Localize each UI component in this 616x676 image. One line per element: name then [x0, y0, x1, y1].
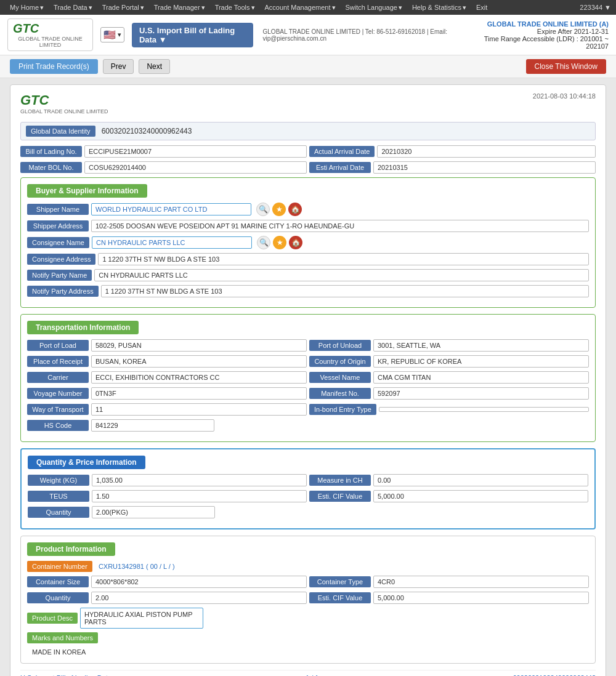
nav-help-statistics-chevron: ▾: [463, 4, 466, 12]
way-of-transport-label: Way of Transport: [27, 404, 89, 415]
esti-cif-label: Esti. CIF Value: [309, 491, 371, 502]
flag-chevron: ▾: [118, 31, 121, 39]
way-of-transport-value: 11: [91, 403, 307, 416]
quantity-price-header: Quantity & Price Information: [28, 456, 588, 469]
product-desc-label: Product Desc: [27, 613, 78, 624]
nav-switch-language-label: Switch Language: [346, 4, 397, 11]
consignee-star-icon[interactable]: ★: [273, 236, 286, 249]
consignee-address-row: Consignee Address 1 1220 37TH ST NW BLDG…: [27, 253, 589, 265]
print-button[interactable]: Print Trade Record(s): [10, 59, 98, 74]
prev-button[interactable]: Prev: [103, 59, 134, 74]
consignee-name-row: Consignee Name CN HYDRAULIC PARTS LLC 🔍 …: [27, 236, 589, 249]
notify-party-name-label: Notify Party Name: [27, 270, 92, 281]
contact-info: GLOBAL TRADE ONLINE LIMITED | Tel: 86-51…: [263, 28, 475, 42]
hs-code-value: 841229: [91, 419, 214, 432]
buyer-supplier-section: Buyer & Supplier Information Shipper Nam…: [20, 177, 596, 308]
teus-cif-row: TEUS 1.50 Esti. CIF Value 5,000.00: [28, 490, 588, 502]
actual-arrival-value: 20210320: [377, 145, 596, 158]
manifest-no-value: 592097: [373, 387, 589, 400]
shipper-address-value: 102-2505 DOOSAN WEVE POSEIDON APT 91 MAR…: [91, 220, 589, 232]
nav-trade-portal-chevron: ▾: [140, 4, 144, 12]
nav-trade-data[interactable]: Trade Data ▾: [49, 0, 97, 15]
measure-group: Measure in CH 0.00: [309, 474, 588, 486]
product-quantity-label: Quantity: [27, 592, 89, 603]
port-of-unload-group: Port of Unload 3001, SEATTLE, WA: [309, 339, 589, 352]
place-of-receipt-value: BUSAN, KOREA: [91, 355, 307, 368]
way-of-transport-group: Way of Transport 11: [27, 403, 307, 416]
mater-bol-group: Mater BOL No. COSU6292014400: [20, 161, 307, 174]
inbond-entry-group: In-bond Entry Type: [309, 403, 589, 416]
nav-my-home[interactable]: My Home ▾: [5, 0, 49, 15]
close-window-button[interactable]: Close This Window: [526, 59, 606, 74]
page-header: GTC GLOBAL TRADE ONLINE LIMITED 🇺🇸 ▾ U.S…: [0, 15, 616, 55]
hs-code-label: HS Code: [27, 420, 89, 431]
nav-account-management[interactable]: Account Management ▾: [260, 0, 341, 15]
company-name: GLOBAL TRADE ONLINE LIMITED (A): [482, 20, 609, 28]
top-toolbar: Print Trade Record(s) Prev Next Close Th…: [0, 55, 616, 78]
shipper-address-label: Shipper Address: [27, 220, 89, 231]
port-of-unload-label: Port of Unload: [309, 340, 371, 351]
voyage-manifest-row: Voyage Number 0TN3F Manifest No. 592097: [27, 387, 589, 400]
buyer-supplier-header: Buyer & Supplier Information: [27, 184, 589, 198]
notify-party-address-label: Notify Party Address: [27, 286, 99, 297]
voyage-number-value: 0TN3F: [91, 387, 307, 400]
buyer-supplier-title: Buyer & Supplier Information: [27, 184, 147, 198]
weight-value: 1,035.00: [92, 474, 307, 486]
shipper-search-icon[interactable]: 🔍: [256, 203, 270, 216]
data-source-dropdown[interactable]: U.S. Import Bill of Lading Data ▼: [132, 23, 253, 47]
quantity-value: 2.00(PKG): [92, 506, 215, 518]
nav-trade-portal[interactable]: Trade Portal ▾: [97, 0, 149, 15]
teus-label: TEUS: [28, 491, 89, 502]
mater-bol-label: Mater BOL No.: [20, 162, 82, 173]
buyer-supplier-border: Buyer & Supplier Information Shipper Nam…: [20, 177, 596, 308]
marks-value: MADE IN KOREA: [27, 647, 589, 657]
shipper-address-row: Shipper Address 102-2505 DOOSAN WEVE POS…: [27, 220, 589, 232]
country-of-origin-group: Country of Origin KR, REPUBLIC OF KOREA: [309, 355, 589, 368]
account-info: GLOBAL TRADE ONLINE LIMITED (A) Expire A…: [482, 20, 609, 50]
transportation-section: Transportation Information Port of Load …: [20, 314, 596, 442]
logo-text: GTC: [13, 22, 87, 36]
nav-help-statistics[interactable]: Help & Statistics ▾: [407, 0, 471, 15]
notify-party-name-value: CN HYDRAULIC PARTS LLC: [94, 269, 589, 281]
nav-account-management-chevron: ▾: [332, 4, 336, 12]
nav-account-management-label: Account Management: [265, 4, 331, 11]
container-number-row: Container Number CXRU1342981 ( 00 / L / …: [27, 561, 589, 572]
transport-inbond-row: Way of Transport 11 In-bond Entry Type: [27, 403, 589, 416]
account-number: 223344 ▼: [580, 4, 611, 11]
nav-trade-tools-chevron: ▾: [251, 4, 255, 12]
marks-numbers-label: Marks and Numbers: [27, 632, 98, 643]
manifest-no-label: Manifest No.: [309, 388, 371, 399]
nav-switch-language-chevron: ▾: [399, 4, 402, 12]
transportation-header: Transportation Information: [27, 321, 589, 334]
nav-trade-manager[interactable]: Trade Manager ▾: [149, 0, 210, 15]
record-card: GTC GLOBAL TRADE ONLINE LIMITED 2021-08-…: [10, 84, 606, 676]
container-type-group: Container Type 4CR0: [309, 576, 589, 588]
nav-trade-data-chevron: ▾: [89, 4, 92, 12]
consignee-search-icon[interactable]: 🔍: [257, 236, 270, 249]
card-logo: GTC GLOBAL TRADE ONLINE LIMITED: [20, 92, 108, 115]
nav-switch-language[interactable]: Switch Language ▾: [341, 0, 407, 15]
port-row: Port of Load 58029, PUSAN Port of Unload…: [27, 339, 589, 352]
quantity-row: Quantity 2.00(PKG): [28, 506, 588, 518]
carrier-value: ECCI, EXHIBITION CONTRACTORS CC: [91, 371, 307, 384]
notify-party-address-value: 1 1220 37TH ST NW BLDG A STE 103: [101, 285, 589, 297]
inbond-entry-label: In-bond Entry Type: [309, 404, 376, 415]
shipper-star-icon[interactable]: ★: [272, 203, 286, 216]
consignee-name-value: CN HYDRAULIC PARTS LLC: [92, 236, 252, 249]
voyage-number-group: Voyage Number 0TN3F: [27, 387, 307, 400]
nav-exit[interactable]: Exit: [471, 0, 492, 15]
mater-bol-value: COSU6292014400: [84, 161, 307, 174]
global-data-identity-label: Global Data Identity: [26, 126, 95, 137]
flag-selector[interactable]: 🇺🇸 ▾: [100, 27, 124, 42]
next-button[interactable]: Next: [139, 59, 170, 74]
nav-trade-tools[interactable]: Trade Tools ▾: [210, 0, 260, 15]
esti-cif-value: 5,000.00: [373, 490, 588, 502]
shipper-home-icon[interactable]: 🏠: [288, 203, 302, 216]
product-esti-cif-label: Esti. CIF Value: [309, 592, 371, 603]
nav-trade-portal-label: Trade Portal: [102, 4, 139, 11]
product-esti-cif-group: Esti. CIF Value 5,000.00: [309, 592, 589, 604]
quantity-price-section: Quantity & Price Information Weight (KG)…: [20, 448, 596, 529]
consignee-home-icon[interactable]: 🏠: [289, 236, 302, 249]
time-range: Time Range Accessible (LDR) : 201001 ~ 2…: [482, 35, 609, 50]
nav-my-home-label: My Home: [10, 4, 39, 11]
